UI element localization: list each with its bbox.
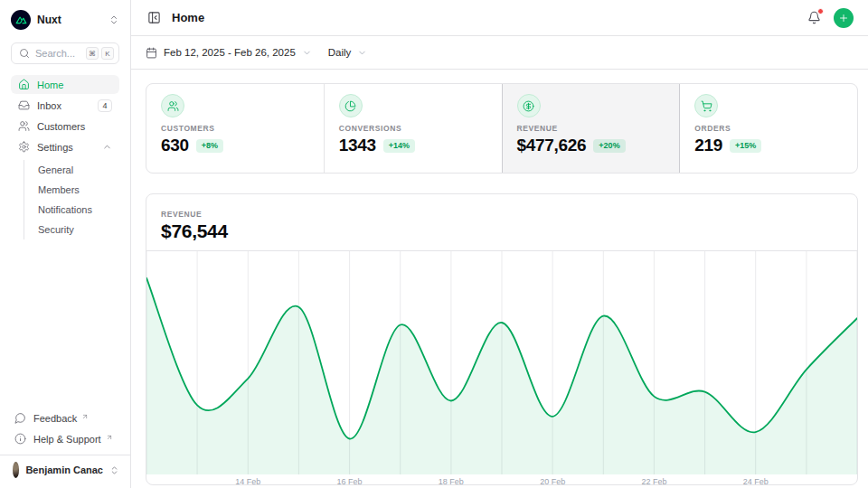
- stat-value: 630: [161, 136, 189, 155]
- chevrons-up-down-icon: [108, 14, 119, 25]
- settings-subnav: General Members Notifications Security: [24, 160, 119, 239]
- revenue-chart-card: REVENUE $76,544 14 Feb16 Feb18 Feb20 Feb…: [146, 193, 858, 485]
- chat-bubble-icon: [14, 412, 26, 424]
- app-root: Nuxt Search... ⌘K Home Inbox 4 Customers: [0, 0, 868, 488]
- inbox-count-badge: 4: [98, 99, 112, 112]
- user-menu[interactable]: Benjamin Canac: [0, 455, 130, 483]
- filter-toolbar: Feb 12, 2025 - Feb 26, 2025 Daily: [131, 36, 868, 70]
- search-shortcut: ⌘K: [86, 47, 114, 60]
- x-axis-tick-label: 24 Feb: [743, 477, 769, 485]
- gear-icon: [18, 141, 30, 153]
- chart-header: REVENUE $76,544: [146, 194, 857, 251]
- top-bar: Home: [131, 0, 868, 36]
- workspace-switcher[interactable]: Nuxt: [11, 9, 119, 31]
- chevron-down-icon: [357, 48, 367, 58]
- sidebar-item-label: Customers: [37, 121, 85, 132]
- stat-label: CONVERSIONS: [339, 124, 487, 133]
- nuxt-logo-icon: [11, 10, 31, 30]
- feedback-link[interactable]: Feedback: [11, 408, 119, 427]
- stat-label: ORDERS: [694, 124, 843, 133]
- users-icon: [167, 100, 179, 112]
- chart-label: REVENUE: [161, 210, 843, 219]
- pie-chart-icon: [344, 100, 356, 112]
- x-axis-tick-label: 20 Feb: [540, 477, 565, 485]
- k-key: K: [101, 47, 114, 60]
- period-select[interactable]: Daily: [328, 47, 368, 58]
- calendar-icon: [146, 47, 157, 59]
- collapse-sidebar-button[interactable]: [146, 9, 163, 26]
- external-link-icon: [106, 434, 113, 441]
- search-icon: [19, 48, 30, 59]
- cmd-key: ⌘: [86, 47, 99, 60]
- avatar: [13, 462, 19, 478]
- date-range-picker[interactable]: Feb 12, 2025 - Feb 26, 2025: [146, 47, 312, 59]
- shopping-cart-icon: [701, 100, 712, 112]
- stat-value: $477,626: [517, 136, 587, 155]
- search-input[interactable]: Search... ⌘K: [11, 42, 119, 64]
- sidebar-item-inbox[interactable]: Inbox 4: [11, 96, 119, 115]
- help-support-link[interactable]: Help & Support: [11, 429, 119, 448]
- add-button[interactable]: [834, 8, 854, 28]
- stat-card-customers[interactable]: CUSTOMERS 630+8%: [146, 84, 324, 173]
- stat-card-orders[interactable]: ORDERS 219+15%: [680, 84, 857, 173]
- sidebar-item-label: Settings: [37, 142, 95, 153]
- x-axis-tick-label: 14 Feb: [235, 477, 260, 485]
- revenue-area-chart[interactable]: [146, 251, 857, 474]
- stat-delta-badge: +8%: [196, 139, 223, 153]
- chevrons-up-down-icon: [109, 465, 119, 475]
- date-range-value: Feb 12, 2025 - Feb 26, 2025: [164, 47, 296, 58]
- plus-icon: [838, 13, 849, 23]
- stat-value: 219: [694, 136, 722, 155]
- sidebar-item-home[interactable]: Home: [11, 75, 119, 94]
- stat-delta-badge: +15%: [730, 139, 761, 153]
- sidebar-item-customers[interactable]: Customers: [11, 117, 119, 136]
- sidebar: Nuxt Search... ⌘K Home Inbox 4 Customers: [0, 0, 131, 488]
- stat-label: CUSTOMERS: [161, 124, 309, 133]
- dollar-circle-icon: [523, 100, 534, 112]
- sidebar-item-security[interactable]: Security: [34, 220, 119, 239]
- house-icon: [18, 79, 30, 90]
- chevron-down-icon: [302, 48, 312, 58]
- stat-card-revenue[interactable]: REVENUE $477,626+20%: [503, 84, 680, 173]
- chevron-up-icon: [102, 142, 112, 152]
- x-axis-tick-label: 16 Feb: [337, 477, 363, 485]
- stat-label: REVENUE: [517, 124, 665, 133]
- dashboard-content: CUSTOMERS 630+8% CONVERSIONS 1343+14% RE…: [131, 70, 868, 485]
- stats-grid: CUSTOMERS 630+8% CONVERSIONS 1343+14% RE…: [146, 83, 858, 174]
- x-axis-labels: 14 Feb16 Feb18 Feb20 Feb22 Feb24 Feb: [146, 474, 857, 485]
- x-axis-tick-label: 18 Feb: [439, 477, 464, 485]
- sidebar-item-general[interactable]: General: [34, 160, 119, 180]
- workspace-name: Nuxt: [37, 14, 102, 26]
- users-icon: [18, 120, 30, 132]
- period-value: Daily: [328, 47, 352, 58]
- sidebar-item-members[interactable]: Members: [34, 180, 119, 200]
- sidebar-item-notifications[interactable]: Notifications: [34, 200, 119, 220]
- notifications-button[interactable]: [806, 9, 823, 26]
- notification-dot: [817, 8, 824, 14]
- panel-left-close-icon: [147, 11, 161, 24]
- footer-item-label: Help & Support: [33, 434, 101, 445]
- sidebar-spacer: [11, 239, 119, 408]
- inbox-icon: [18, 99, 30, 111]
- sidebar-item-label: Home: [37, 80, 63, 90]
- footer-item-label: Feedback: [33, 413, 77, 424]
- external-link-icon: [81, 413, 89, 420]
- info-circle-icon: [14, 433, 26, 445]
- x-axis-tick-label: 22 Feb: [641, 477, 666, 485]
- chart-value: $76,544: [161, 221, 843, 242]
- sidebar-nav: Home Inbox 4 Customers Settings General …: [11, 75, 119, 239]
- page-title: Home: [172, 11, 204, 24]
- stat-delta-badge: +20%: [593, 139, 625, 153]
- main-panel: Home Feb 12, 2025 - Feb 26, 2025 Daily: [131, 0, 868, 488]
- stat-delta-badge: +14%: [383, 139, 415, 153]
- search-placeholder: Search...: [35, 48, 80, 59]
- sidebar-item-label: Inbox: [37, 100, 90, 111]
- sidebar-footer: Feedback Help & Support: [11, 408, 119, 455]
- sidebar-item-settings[interactable]: Settings: [11, 137, 119, 156]
- stat-card-conversions[interactable]: CONVERSIONS 1343+14%: [325, 84, 502, 173]
- user-name: Benjamin Canac: [25, 465, 103, 475]
- stat-value: 1343: [339, 136, 376, 155]
